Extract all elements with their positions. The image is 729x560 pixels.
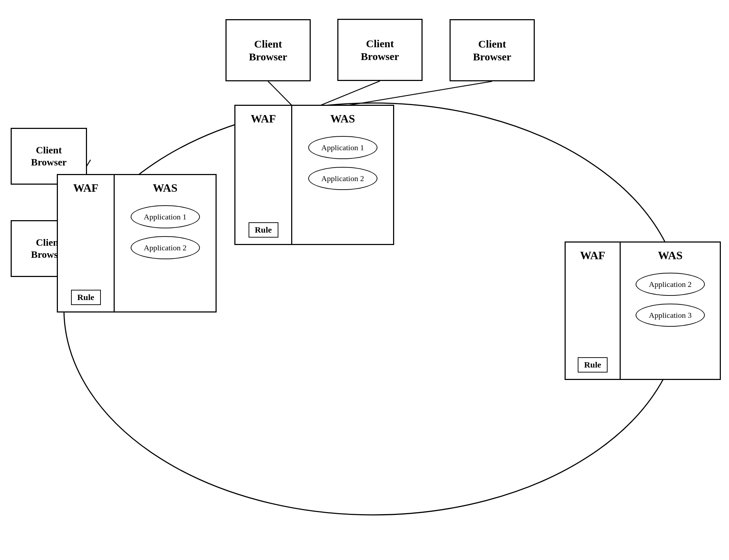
client-browser-top-left: Client Browser	[225, 19, 311, 81]
waf-title-right: WAF	[580, 249, 605, 262]
waf-section-left: WAF Rule	[58, 175, 115, 311]
app2-ellipse-center: Application 2	[308, 167, 377, 190]
rule-box-left: Rule	[71, 290, 101, 305]
was-section-left: WAS Application 1 Application 2	[115, 175, 216, 311]
was-section-right: WAS Application 2 Application 3	[621, 243, 720, 379]
app2-ellipse-right: Application 3	[636, 304, 705, 327]
rule-box-right: Rule	[578, 357, 608, 373]
rule-box-center: Rule	[249, 222, 278, 238]
was-section-center: WAS Application 1 Application 2	[292, 106, 393, 244]
waf-section-right: WAF Rule	[566, 243, 621, 379]
diagram: Client Browser Client Browser Client Bro…	[0, 0, 729, 560]
waf-was-left: WAF Rule WAS Application 1 Application 2	[57, 174, 217, 312]
app1-ellipse-left: Application 1	[131, 205, 200, 228]
was-title-center: WAS	[330, 112, 355, 125]
waf-section-center: WAF Rule	[235, 106, 292, 244]
was-title-left: WAS	[153, 181, 177, 195]
waf-was-center: WAF Rule WAS Application 1 Application 2	[234, 105, 394, 245]
app2-ellipse-left: Application 2	[131, 236, 200, 259]
waf-title-center: WAF	[251, 112, 276, 125]
app1-ellipse-right: Application 2	[636, 273, 705, 296]
client-browser-top-center: Client Browser	[337, 19, 423, 81]
was-title-right: WAS	[658, 249, 682, 262]
waf-was-right: WAF Rule WAS Application 2 Application 3	[565, 241, 721, 380]
client-browser-top-right: Client Browser	[450, 19, 535, 81]
app1-ellipse-center: Application 1	[308, 136, 377, 159]
waf-title-left: WAF	[73, 181, 98, 195]
